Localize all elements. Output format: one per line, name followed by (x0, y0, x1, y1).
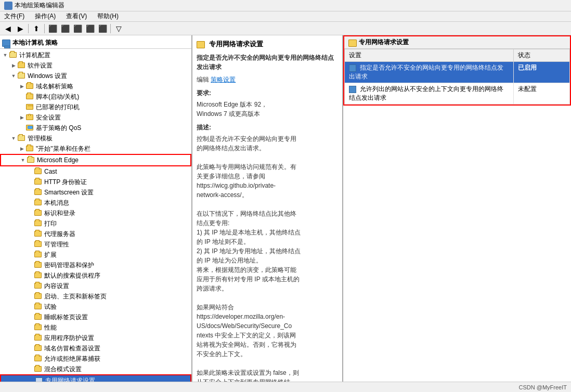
folder-icon-scripts (26, 93, 34, 100)
tree-item-print[interactable]: ▶ 打印 (0, 218, 191, 229)
tree-label-admin-templates: 管理模板 (28, 134, 53, 143)
tree-label-scripts: 脚本(启动/关机) (36, 92, 79, 101)
tree-item-screencapture[interactable]: ▶ 允许或拒绝屏幕捕获 (0, 354, 191, 364)
menu-file[interactable]: 文件(F) (2, 11, 27, 21)
table-row[interactable]: 允许列出的网站从不安全的上下文向更专用的网络终结点发出请求 未配置 (345, 83, 570, 104)
tree-item-printers[interactable]: ▶ 已部署的打印机 (0, 102, 191, 112)
tree-label-cast: Cast (44, 167, 57, 176)
policy-row-text-2: 允许列出的网站从不安全的上下文向更专用的网络终结点发出请求 (349, 85, 503, 101)
tree-item-computer-config[interactable]: ▼ 计算机配置 (0, 50, 191, 60)
require-content: Microsoft Edge 版本 92， Windows 7 或更高版本 (197, 100, 338, 119)
tree-label-windows-settings: Windows 设置 (28, 71, 67, 81)
tree-item-startup[interactable]: ▶ 启动、主页和新标签页 (0, 291, 191, 302)
toolbar-btn-5[interactable]: ⬛ (72, 23, 83, 34)
tree-label-content: 内容设置 (44, 281, 69, 291)
table-cell-label-1: 指定是否允许不安全的网站向更专用的网络终结点发出请求 (345, 62, 514, 83)
policy-link[interactable]: 策略设置 (211, 76, 236, 83)
expand-security: ▶ (18, 113, 26, 122)
tree-label-password: 密码管理器和保护 (44, 260, 94, 270)
tree-label-proxy: 代理服务器 (44, 229, 75, 239)
tree-item-password[interactable]: ▶ 密码管理器和保护 (0, 260, 191, 270)
tree-label-sleep: 睡眠标签页设置 (44, 312, 88, 322)
tree-item-identity[interactable]: ▶ 标识和登录 (0, 208, 191, 218)
expand-admin-templates: ▼ (9, 134, 18, 142)
tree-panel: 本地计算机 策略 ▼ 计算机配置 ▶ 软件设置 ▼ Windows 设置 ▶ 域… (0, 35, 192, 382)
tree-item-manageability[interactable]: ▶ 可管理性 (0, 239, 191, 250)
tree-label-privatenetwork: 专用网络请求设置 (45, 376, 95, 382)
folder-icon-admin-templates (18, 135, 26, 142)
status-bar: CSDN @MyFreeIT (0, 382, 571, 392)
table-row[interactable]: 指定是否允许不安全的网站向更专用的网络终结点发出请求 已启用 (345, 62, 570, 83)
forward-button[interactable]: ▶ (15, 23, 26, 34)
menu-view[interactable]: 查看(V) (64, 11, 89, 21)
expand-windows-settings: ▼ (9, 72, 18, 80)
title-bar: 本地组策略编辑器 (0, 0, 571, 11)
tree-item-windows-settings[interactable]: ▼ Windows 设置 (0, 71, 191, 81)
tree-item-software[interactable]: ▶ 软件设置 (0, 60, 191, 71)
folder-icon-extensions (34, 251, 43, 258)
tree-item-privatenetwork[interactable]: ▶ 专用网络请求设置 (27, 375, 190, 382)
folder-icon-password (34, 262, 43, 269)
expand-software: ▶ (9, 61, 18, 70)
tree-label-software: 软件设置 (28, 61, 53, 70)
tree-item-admin-templates[interactable]: ▼ 管理模板 (0, 133, 191, 143)
back-button[interactable]: ◀ (2, 23, 14, 34)
policy-row-text-1: 指定是否允许不安全的网站向更专用的网络终结点发出请求 (349, 64, 503, 80)
tree-item-performance[interactable]: ▶ 性能 (0, 322, 191, 333)
middle-panel-title-text: 专用网络请求设置 (209, 40, 263, 49)
folder-icon-smartscreen (34, 189, 43, 196)
tree-item-smartscreen[interactable]: ▶ Smartscreen 设置 (0, 187, 191, 198)
middle-panel: 专用网络请求设置 指定是否允许不安全的网站向更专用的网络终结点发出请求 编辑 策… (192, 35, 343, 382)
watermark-text: CSDN @MyFreeIT (519, 384, 567, 390)
table-cell-status-1: 已启用 (513, 62, 569, 83)
tree-item-security[interactable]: ▶ 安全设置 (0, 112, 191, 123)
tree-item-cast[interactable]: ▶ Cast (0, 166, 191, 177)
tree-item-appguard[interactable]: ▶ 应用程序防护设置 (0, 333, 191, 343)
folder-icon-dns (26, 83, 34, 90)
menu-help[interactable]: 帮助(H) (95, 11, 121, 21)
tree-item-msedge[interactable]: ▼ Microsoft Edge (19, 155, 190, 165)
toolbar-sep-1 (28, 24, 29, 33)
folder-icon-privatenetwork (35, 377, 44, 382)
tree-item-experiment[interactable]: ▶ 试验 (0, 302, 191, 312)
table-body: 指定是否允许不安全的网站向更专用的网络终结点发出请求 已启用 允许列出的网站从不… (345, 62, 570, 104)
folder-icon-startup (34, 293, 43, 300)
tree-label-print: 打印 (44, 219, 57, 228)
toolbar-btn-6[interactable]: ⬛ (84, 23, 96, 34)
tree-item-sleep[interactable]: ▶ 睡眠标签页设置 (0, 312, 191, 322)
tree-item-scripts[interactable]: ▶ 脚本(启动/关机) (0, 92, 191, 102)
tree-item-proxy[interactable]: ▶ 代理服务器 (0, 229, 191, 239)
tree-item-msedge-wrapper: ▼ Microsoft Edge (0, 154, 191, 166)
folder-icon-search (34, 272, 43, 279)
tree-item-dns[interactable]: ▶ 域名解析策略 (0, 81, 191, 92)
tree-item-extensions[interactable]: ▶ 扩展 (0, 250, 191, 260)
folder-icon-middle (197, 41, 205, 48)
status-badge-1: 已启用 (518, 64, 537, 71)
up-button[interactable]: ⬆ (31, 23, 42, 34)
tree-item-typosquatting[interactable]: ▶ 域名仿冒检查器设置 (0, 343, 191, 354)
folder-icon-native-msg (34, 199, 43, 206)
toolbar-btn-4[interactable]: ⬛ (59, 23, 71, 34)
filter-button[interactable]: ▽ (113, 23, 124, 34)
folder-icon-manageability (34, 241, 43, 248)
toolbar-btn-7[interactable]: ⬛ (97, 23, 108, 34)
tree-label-qos: 基于策略的 QoS (36, 123, 81, 133)
toolbar-btn-3[interactable]: ⬛ (47, 23, 58, 34)
tree-label-manageability: 可管理性 (44, 240, 69, 249)
toolbar-sep-2 (44, 24, 45, 33)
tree-item-native-msg[interactable]: ▶ 本机消息 (0, 198, 191, 208)
expand-dns: ▶ (18, 82, 26, 90)
tree-item-qos[interactable]: ▶ 基于策略的 QoS (0, 123, 191, 133)
tree-label-extensions: 扩展 (44, 250, 57, 259)
tree-label-http-auth: HTTP 身份验证 (44, 177, 87, 187)
table-header-row: 设置 状态 (345, 49, 570, 62)
tree-item-http-auth[interactable]: ▶ HTTP 身份验证 (0, 177, 191, 187)
tree-item-content[interactable]: ▶ 内容设置 (0, 281, 191, 291)
folder-icon-http-auth (34, 178, 43, 186)
folder-icon-print (34, 220, 43, 227)
tree-item-search[interactable]: ▶ 默认的搜索提供程序 (0, 270, 191, 281)
menu-action[interactable]: 操作(A) (33, 11, 58, 21)
tree-item-mixedmode[interactable]: ▶ 混合模式设置 (0, 364, 191, 374)
tree-label-native-msg: 本机消息 (44, 198, 69, 207)
tree-item-start-menu[interactable]: ▶ "开始"菜单和任务栏 (0, 143, 191, 154)
